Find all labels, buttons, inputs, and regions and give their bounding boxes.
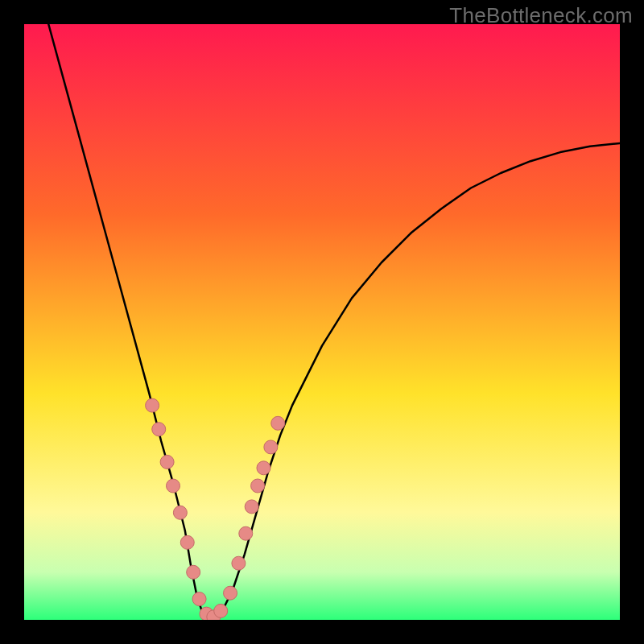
watermark-text: TheBottleneck.com (449, 3, 633, 28)
highlight-dot (167, 479, 180, 493)
highlight-dot (224, 586, 237, 600)
highlight-dot (173, 506, 187, 519)
highlight-dot (257, 461, 270, 475)
highlight-dot (160, 455, 174, 469)
highlight-dot (245, 500, 258, 514)
highlight-dot (152, 423, 166, 436)
gradient-plot-area (24, 24, 620, 620)
highlight-dot (264, 440, 278, 454)
highlight-dot (251, 479, 265, 493)
highlight-dot (180, 535, 194, 549)
highlight-dot (214, 604, 228, 617)
chart-canvas (0, 0, 644, 644)
chart-frame: { "watermark": "TheBottleneck.com", "col… (0, 0, 644, 644)
highlight-dot (239, 526, 253, 540)
highlight-dot (192, 592, 206, 606)
highlight-dot (271, 416, 285, 430)
highlight-dot (187, 565, 200, 579)
highlight-dot (146, 398, 159, 412)
highlight-dot (232, 556, 246, 570)
